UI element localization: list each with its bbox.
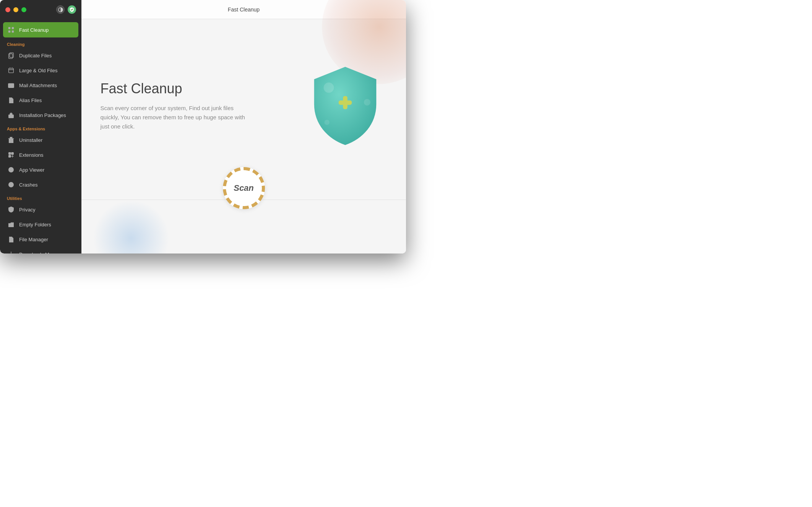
maximize-button[interactable] [21, 7, 26, 12]
large-old-files-icon [7, 66, 15, 75]
svg-rect-20 [9, 155, 11, 157]
svg-rect-2 [12, 27, 14, 29]
svg-rect-5 [9, 54, 13, 59]
app-viewer-icon [7, 166, 15, 174]
contrast-icon[interactable] [56, 5, 65, 14]
svg-point-25 [364, 99, 370, 105]
svg-rect-13 [10, 114, 12, 115]
svg-rect-1 [8, 27, 10, 29]
sidebar-item-alias-files[interactable]: Alias Files [3, 93, 78, 107]
sidebar-item-uninstaller[interactable]: Uninstaller [3, 133, 78, 147]
svg-rect-15 [10, 137, 12, 139]
sidebar-item-crashes[interactable]: Crashes [3, 177, 78, 192]
feature-text-block: Fast Cleanup Scan every corner of your s… [101, 81, 253, 131]
file-manager-icon [7, 235, 15, 244]
downloads-manager-icon [7, 250, 15, 253]
sidebar-item-downloads-manager[interactable]: Downloads Manager [3, 247, 78, 253]
svg-rect-18 [9, 153, 11, 154]
downloads-manager-label: Downloads Manager [19, 252, 65, 254]
sidebar-item-file-manager[interactable]: File Manager [3, 232, 78, 247]
sidebar: Fast Cleanup Cleaning Duplicate Files [0, 0, 81, 253]
close-button[interactable] [5, 7, 10, 12]
sidebar-item-mail-attachments[interactable]: Mail Attachments [3, 78, 78, 93]
titlebar [0, 0, 81, 19]
svg-point-22 [10, 169, 12, 171]
duplicate-files-label: Duplicate Files [19, 53, 52, 58]
fast-cleanup-icon [7, 26, 15, 34]
shield-illustration [303, 64, 387, 148]
privacy-icon [7, 205, 15, 214]
svg-rect-28 [343, 96, 347, 109]
mail-attachments-icon [7, 81, 15, 89]
uninstaller-label: Uninstaller [19, 137, 42, 143]
alias-files-label: Alias Files [19, 98, 42, 103]
privacy-label: Privacy [19, 207, 36, 213]
sidebar-item-large-old-files[interactable]: Large & Old Files [3, 63, 78, 78]
sidebar-item-fast-cleanup[interactable]: Fast Cleanup [3, 22, 78, 37]
sidebar-item-privacy[interactable]: Privacy [3, 202, 78, 217]
utilities-section-label: Utilities [0, 192, 81, 202]
svg-rect-6 [10, 53, 13, 58]
sidebar-item-empty-folders[interactable]: Empty Folders [3, 217, 78, 232]
svg-rect-7 [9, 68, 14, 73]
sidebar-item-label: Fast Cleanup [19, 27, 49, 33]
svg-point-26 [324, 120, 329, 125]
svg-point-24 [323, 82, 334, 93]
sidebar-item-extensions[interactable]: Extensions [3, 148, 78, 162]
app-viewer-label: App Viewer [19, 167, 44, 173]
feature-description: Scan every corner of your system, Find o… [101, 104, 253, 131]
cleaning-section-label: Cleaning [0, 38, 81, 48]
shield-nav-icon[interactable] [68, 5, 76, 14]
sidebar-navigation: Fast Cleanup Cleaning Duplicate Files [0, 19, 81, 253]
file-manager-label: File Manager [19, 237, 48, 242]
extensions-icon [7, 151, 15, 159]
empty-folders-icon [7, 220, 15, 229]
scan-button-wrapper: Scan [223, 167, 265, 209]
scan-button[interactable]: Scan [223, 167, 265, 209]
duplicate-files-icon [7, 51, 15, 60]
topbar-title: Fast Cleanup [228, 6, 260, 13]
sidebar-item-duplicate-files[interactable]: Duplicate Files [3, 48, 78, 63]
empty-folders-label: Empty Folders [19, 222, 51, 227]
extensions-label: Extensions [19, 152, 44, 158]
apps-extensions-section-label: Apps & Extensions [0, 123, 81, 133]
crashes-icon [7, 180, 15, 189]
feature-title: Fast Cleanup [101, 81, 253, 97]
alias-files-icon [7, 96, 15, 104]
mail-attachments-label: Mail Attachments [19, 83, 57, 88]
svg-rect-12 [9, 115, 14, 118]
installation-packages-label: Installation Packages [19, 112, 66, 118]
scan-button-label: Scan [234, 183, 254, 193]
feature-row: Fast Cleanup Scan every corner of your s… [101, 64, 387, 148]
svg-rect-3 [8, 31, 10, 32]
main-content: Fast Cleanup Fast Cleanup Scan every cor… [81, 0, 406, 253]
titlebar-icons [56, 5, 76, 14]
sidebar-item-app-viewer[interactable]: App Viewer [3, 162, 78, 177]
topbar: Fast Cleanup [81, 0, 406, 19]
crashes-label: Crashes [19, 182, 37, 188]
large-old-files-label: Large & Old Files [19, 68, 57, 73]
minimize-button[interactable] [13, 7, 18, 12]
svg-rect-19 [11, 153, 13, 154]
svg-rect-4 [12, 31, 14, 32]
installation-packages-icon [7, 111, 15, 119]
content-area: Fast Cleanup Scan every corner of your s… [81, 19, 406, 253]
uninstaller-icon [7, 136, 15, 144]
sidebar-item-installation-packages[interactable]: Installation Packages [3, 108, 78, 122]
